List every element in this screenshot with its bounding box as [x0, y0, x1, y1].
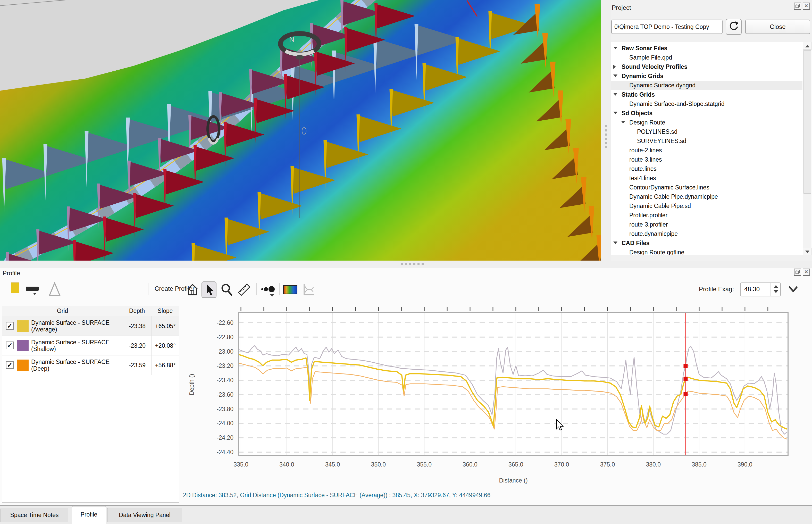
close-panel-icon[interactable]: ✕ [803, 3, 810, 10]
expander-down-icon[interactable] [613, 93, 617, 96]
refresh-button[interactable] [726, 19, 742, 35]
depth-value: -23.38 [123, 316, 151, 336]
tree-item[interactable]: route-3.lines [611, 155, 802, 164]
table-row[interactable]: ✓Dynamic Surface - SURFACE (Average)-23.… [2, 316, 179, 336]
float-panel-icon[interactable] [794, 3, 801, 10]
horizontal-splitter[interactable] [0, 261, 812, 268]
select-tool-button[interactable] [201, 281, 216, 298]
tree-item[interactable]: test4.lines [611, 174, 802, 183]
tree-item[interactable]: Dynamic Surface-and-Slope.statgrid [611, 99, 802, 109]
tree-item[interactable]: Design Route [611, 118, 802, 127]
expander-down-icon[interactable] [613, 47, 617, 49]
tree-item-label: Dynamic Surface-and-Slope.statgrid [629, 99, 724, 109]
tree-item[interactable]: ContourDynamic Surface.lines [611, 183, 802, 192]
tree-item[interactable]: Raw Sonar Files [611, 44, 802, 53]
tree-item[interactable]: Dynamic Cable Pipe.dynamicpipe [611, 192, 802, 201]
layer-color-swatch [17, 340, 29, 351]
chart-disabled-icon [301, 281, 316, 298]
tree-item[interactable]: Profiler.profiler [611, 211, 802, 220]
close-panel-icon[interactable]: ✕ [803, 268, 810, 276]
tree-item[interactable]: Dynamic Grids [611, 71, 802, 81]
grid-layer-table: Grid Depth Slope ✓Dynamic Surface - SURF… [2, 306, 179, 503]
scene-3d-viewport[interactable]: N [0, 0, 601, 261]
colormap-button[interactable] [282, 281, 298, 298]
vertical-splitter[interactable] [601, 0, 611, 261]
tree-item[interactable]: route-3.profiler [611, 220, 802, 229]
profile-exag-value[interactable]: 48.30 [744, 285, 760, 293]
visibility-checkbox[interactable]: ✓ [6, 361, 14, 369]
scroll-thumb[interactable] [803, 50, 811, 194]
tree-item[interactable]: Dynamic Surface.dyngrid [611, 81, 802, 90]
profile-chart[interactable]: -22.60-22.80-23.00-23.20-23.40-23.60-23.… [180, 306, 810, 490]
chevron-down-icon [788, 284, 799, 294]
collapse-toolbar-button[interactable] [788, 284, 799, 295]
tree-item[interactable]: route.dynamicpipe [611, 229, 802, 239]
tab-data-viewing-panel[interactable]: Data Viewing Panel [107, 508, 182, 522]
cursor-select-icon [202, 282, 216, 297]
route-flags-yellow [455, 37, 500, 87]
line-style-dropdown-icon[interactable] [33, 293, 37, 295]
float-panel-icon[interactable] [794, 268, 801, 276]
spin-up-icon[interactable] [774, 285, 778, 288]
tree-item-label: ContourDynamic Surface.lines [629, 183, 710, 192]
tree-item[interactable]: SURVEYLINES.sd [611, 136, 802, 146]
project-path-input[interactable] [611, 20, 723, 34]
expander-right-icon[interactable] [613, 65, 616, 69]
x-axis-title: Distance () [499, 477, 528, 484]
color-swatch-icon[interactable] [11, 282, 19, 293]
tree-item-label: Raw Sonar Files [622, 44, 667, 53]
expander-down-icon[interactable] [613, 242, 617, 244]
visibility-checkbox[interactable]: ✓ [6, 322, 14, 330]
route-flags-yellow [225, 217, 269, 261]
column-header-grid[interactable]: Grid [2, 306, 123, 316]
close-project-button[interactable]: Close [745, 20, 810, 34]
tab-space-time-notes[interactable]: Space Time Notes [1, 508, 68, 522]
route-flags-red [224, 122, 264, 167]
tree-item[interactable]: Static Grids [611, 90, 802, 99]
column-header-depth[interactable]: Depth [123, 306, 151, 316]
tree-item[interactable]: CAD Files [611, 239, 802, 248]
table-row[interactable]: ✓Dynamic Surface - SURFACE (Shallow)-23.… [2, 336, 179, 356]
project-panel-title: Project [612, 4, 631, 11]
tree-item[interactable]: route-2.lines [611, 146, 802, 155]
profile-exag-spinbox[interactable]: 48.30 [740, 282, 781, 296]
line-style-icon[interactable] [26, 286, 39, 291]
column-header-slope[interactable]: Slope [151, 306, 179, 316]
expander-down-icon[interactable] [613, 112, 617, 114]
y-tick-label: -23.00 [217, 348, 233, 355]
scroll-up-button[interactable] [803, 42, 811, 50]
home-button[interactable] [185, 281, 200, 298]
tree-item[interactable]: route.lines [611, 164, 802, 174]
tree-item[interactable]: Design Route.qgfline [611, 248, 802, 255]
y-tick-label: -24.00 [217, 420, 233, 427]
measure-tool-button[interactable] [236, 281, 251, 298]
spin-buttons[interactable] [770, 283, 780, 296]
expander-down-icon[interactable] [613, 75, 617, 77]
tree-scrollbar[interactable] [803, 42, 811, 255]
chart-status-text: 2D Distance: 383.52, Grid Distance (Dyna… [183, 492, 491, 499]
spin-down-icon[interactable] [774, 290, 778, 293]
layer-color-swatch [17, 321, 29, 332]
x-tick-label: 335.0 [233, 461, 248, 468]
layer-color-swatch [17, 360, 29, 371]
point-size-button[interactable] [260, 281, 277, 298]
slope-value: +56.88° [151, 356, 179, 375]
tree-item-label: Profiler.profiler [629, 211, 667, 220]
visibility-checkbox[interactable]: ✓ [6, 342, 14, 349]
chart-tool-button-disabled [301, 281, 316, 298]
tree-item[interactable]: Sound Velocity Profiles [611, 62, 802, 71]
x-tick-label: 360.0 [463, 461, 478, 468]
scroll-down-button[interactable] [803, 248, 811, 255]
tree-item[interactable]: Sd Objects [611, 109, 802, 118]
tree-item-label: route-2.lines [629, 146, 662, 155]
zoom-tool-button[interactable] [219, 281, 234, 298]
tab-profile[interactable]: Profile [72, 506, 106, 524]
y-tick-label: -22.80 [217, 334, 233, 341]
expander-down-icon[interactable] [621, 121, 625, 124]
table-row[interactable]: ✓Dynamic Surface - SURFACE (Deep)-23.59+… [2, 356, 179, 375]
tree-item[interactable]: Dynamic Cable Pipe.sd [611, 201, 802, 211]
tree-item[interactable]: POLYLINES.sd [611, 127, 802, 136]
x-tick-label: 350.0 [371, 461, 386, 468]
cursor-depth-marker [683, 392, 687, 396]
tree-item[interactable]: Sample File.qpd [611, 53, 802, 62]
